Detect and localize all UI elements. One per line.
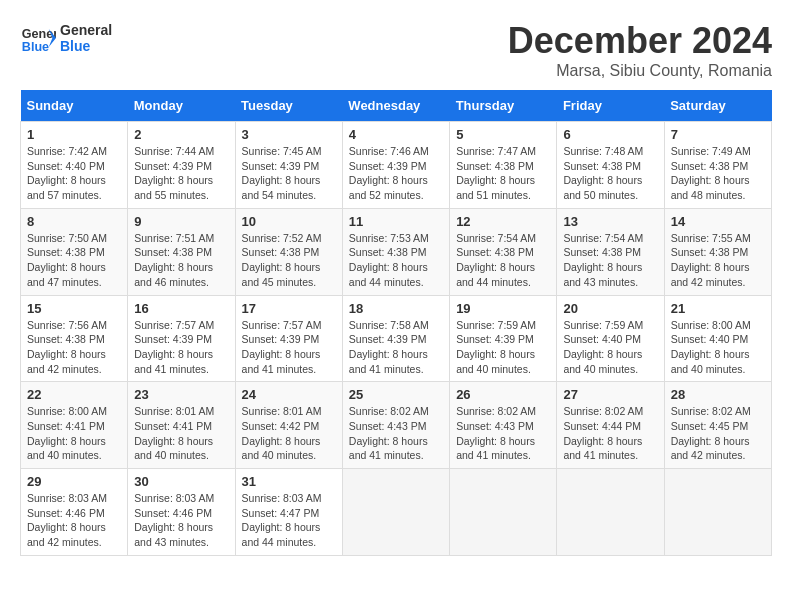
day-number: 18 bbox=[349, 301, 443, 316]
day-info: Sunrise: 7:57 AM Sunset: 4:39 PM Dayligh… bbox=[242, 318, 336, 377]
calendar-cell: 9 Sunrise: 7:51 AM Sunset: 4:38 PM Dayli… bbox=[128, 208, 235, 295]
logo-general: General bbox=[60, 22, 112, 38]
day-info: Sunrise: 8:02 AM Sunset: 4:45 PM Dayligh… bbox=[671, 404, 765, 463]
calendar-cell: 15 Sunrise: 7:56 AM Sunset: 4:38 PM Dayl… bbox=[21, 295, 128, 382]
day-number: 24 bbox=[242, 387, 336, 402]
calendar-cell: 23 Sunrise: 8:01 AM Sunset: 4:41 PM Dayl… bbox=[128, 382, 235, 469]
day-number: 22 bbox=[27, 387, 121, 402]
calendar-week-row: 29 Sunrise: 8:03 AM Sunset: 4:46 PM Dayl… bbox=[21, 469, 772, 556]
calendar-cell: 14 Sunrise: 7:55 AM Sunset: 4:38 PM Dayl… bbox=[664, 208, 771, 295]
day-number: 25 bbox=[349, 387, 443, 402]
day-number: 30 bbox=[134, 474, 228, 489]
day-info: Sunrise: 7:45 AM Sunset: 4:39 PM Dayligh… bbox=[242, 144, 336, 203]
calendar-cell: 7 Sunrise: 7:49 AM Sunset: 4:38 PM Dayli… bbox=[664, 122, 771, 209]
day-number: 9 bbox=[134, 214, 228, 229]
calendar-cell bbox=[664, 469, 771, 556]
day-number: 16 bbox=[134, 301, 228, 316]
page-title: December 2024 bbox=[508, 20, 772, 62]
calendar-cell: 18 Sunrise: 7:58 AM Sunset: 4:39 PM Dayl… bbox=[342, 295, 449, 382]
calendar-cell: 17 Sunrise: 7:57 AM Sunset: 4:39 PM Dayl… bbox=[235, 295, 342, 382]
title-area: December 2024 Marsa, Sibiu County, Roman… bbox=[508, 20, 772, 80]
calendar-cell: 21 Sunrise: 8:00 AM Sunset: 4:40 PM Dayl… bbox=[664, 295, 771, 382]
calendar-cell: 12 Sunrise: 7:54 AM Sunset: 4:38 PM Dayl… bbox=[450, 208, 557, 295]
day-info: Sunrise: 7:58 AM Sunset: 4:39 PM Dayligh… bbox=[349, 318, 443, 377]
day-number: 29 bbox=[27, 474, 121, 489]
header-day-saturday: Saturday bbox=[664, 90, 771, 122]
calendar-week-row: 22 Sunrise: 8:00 AM Sunset: 4:41 PM Dayl… bbox=[21, 382, 772, 469]
calendar-week-row: 8 Sunrise: 7:50 AM Sunset: 4:38 PM Dayli… bbox=[21, 208, 772, 295]
calendar-cell: 2 Sunrise: 7:44 AM Sunset: 4:39 PM Dayli… bbox=[128, 122, 235, 209]
day-info: Sunrise: 7:53 AM Sunset: 4:38 PM Dayligh… bbox=[349, 231, 443, 290]
day-number: 28 bbox=[671, 387, 765, 402]
day-info: Sunrise: 7:52 AM Sunset: 4:38 PM Dayligh… bbox=[242, 231, 336, 290]
day-info: Sunrise: 8:03 AM Sunset: 4:46 PM Dayligh… bbox=[134, 491, 228, 550]
calendar-cell: 1 Sunrise: 7:42 AM Sunset: 4:40 PM Dayli… bbox=[21, 122, 128, 209]
day-info: Sunrise: 7:42 AM Sunset: 4:40 PM Dayligh… bbox=[27, 144, 121, 203]
day-info: Sunrise: 8:03 AM Sunset: 4:47 PM Dayligh… bbox=[242, 491, 336, 550]
day-info: Sunrise: 8:00 AM Sunset: 4:41 PM Dayligh… bbox=[27, 404, 121, 463]
day-info: Sunrise: 8:01 AM Sunset: 4:42 PM Dayligh… bbox=[242, 404, 336, 463]
svg-text:Blue: Blue bbox=[22, 40, 49, 54]
calendar-cell: 10 Sunrise: 7:52 AM Sunset: 4:38 PM Dayl… bbox=[235, 208, 342, 295]
day-number: 31 bbox=[242, 474, 336, 489]
header-day-tuesday: Tuesday bbox=[235, 90, 342, 122]
logo: General Blue General Blue bbox=[20, 20, 112, 56]
calendar-cell: 29 Sunrise: 8:03 AM Sunset: 4:46 PM Dayl… bbox=[21, 469, 128, 556]
calendar-cell: 30 Sunrise: 8:03 AM Sunset: 4:46 PM Dayl… bbox=[128, 469, 235, 556]
calendar-cell: 13 Sunrise: 7:54 AM Sunset: 4:38 PM Dayl… bbox=[557, 208, 664, 295]
header: General Blue General Blue December 2024 … bbox=[20, 20, 772, 80]
day-number: 23 bbox=[134, 387, 228, 402]
day-number: 17 bbox=[242, 301, 336, 316]
calendar-cell: 11 Sunrise: 7:53 AM Sunset: 4:38 PM Dayl… bbox=[342, 208, 449, 295]
day-number: 27 bbox=[563, 387, 657, 402]
page-subtitle: Marsa, Sibiu County, Romania bbox=[508, 62, 772, 80]
day-number: 26 bbox=[456, 387, 550, 402]
logo-blue: Blue bbox=[60, 38, 112, 54]
day-info: Sunrise: 7:50 AM Sunset: 4:38 PM Dayligh… bbox=[27, 231, 121, 290]
calendar-week-row: 1 Sunrise: 7:42 AM Sunset: 4:40 PM Dayli… bbox=[21, 122, 772, 209]
header-day-friday: Friday bbox=[557, 90, 664, 122]
calendar-cell bbox=[450, 469, 557, 556]
header-day-wednesday: Wednesday bbox=[342, 90, 449, 122]
calendar-cell: 6 Sunrise: 7:48 AM Sunset: 4:38 PM Dayli… bbox=[557, 122, 664, 209]
calendar-cell: 16 Sunrise: 7:57 AM Sunset: 4:39 PM Dayl… bbox=[128, 295, 235, 382]
day-number: 5 bbox=[456, 127, 550, 142]
day-info: Sunrise: 7:49 AM Sunset: 4:38 PM Dayligh… bbox=[671, 144, 765, 203]
day-info: Sunrise: 7:46 AM Sunset: 4:39 PM Dayligh… bbox=[349, 144, 443, 203]
calendar-cell: 20 Sunrise: 7:59 AM Sunset: 4:40 PM Dayl… bbox=[557, 295, 664, 382]
day-info: Sunrise: 7:44 AM Sunset: 4:39 PM Dayligh… bbox=[134, 144, 228, 203]
day-info: Sunrise: 7:47 AM Sunset: 4:38 PM Dayligh… bbox=[456, 144, 550, 203]
day-number: 4 bbox=[349, 127, 443, 142]
day-number: 21 bbox=[671, 301, 765, 316]
calendar-cell: 19 Sunrise: 7:59 AM Sunset: 4:39 PM Dayl… bbox=[450, 295, 557, 382]
day-number: 20 bbox=[563, 301, 657, 316]
day-info: Sunrise: 8:02 AM Sunset: 4:43 PM Dayligh… bbox=[456, 404, 550, 463]
day-info: Sunrise: 7:48 AM Sunset: 4:38 PM Dayligh… bbox=[563, 144, 657, 203]
day-number: 7 bbox=[671, 127, 765, 142]
header-day-sunday: Sunday bbox=[21, 90, 128, 122]
calendar-cell: 28 Sunrise: 8:02 AM Sunset: 4:45 PM Dayl… bbox=[664, 382, 771, 469]
day-info: Sunrise: 8:02 AM Sunset: 4:44 PM Dayligh… bbox=[563, 404, 657, 463]
day-info: Sunrise: 7:57 AM Sunset: 4:39 PM Dayligh… bbox=[134, 318, 228, 377]
calendar-cell: 4 Sunrise: 7:46 AM Sunset: 4:39 PM Dayli… bbox=[342, 122, 449, 209]
day-info: Sunrise: 7:51 AM Sunset: 4:38 PM Dayligh… bbox=[134, 231, 228, 290]
day-number: 13 bbox=[563, 214, 657, 229]
day-number: 12 bbox=[456, 214, 550, 229]
day-info: Sunrise: 7:59 AM Sunset: 4:39 PM Dayligh… bbox=[456, 318, 550, 377]
calendar-cell: 25 Sunrise: 8:02 AM Sunset: 4:43 PM Dayl… bbox=[342, 382, 449, 469]
day-number: 15 bbox=[27, 301, 121, 316]
day-number: 3 bbox=[242, 127, 336, 142]
day-number: 11 bbox=[349, 214, 443, 229]
day-info: Sunrise: 8:02 AM Sunset: 4:43 PM Dayligh… bbox=[349, 404, 443, 463]
logo-icon: General Blue bbox=[20, 20, 56, 56]
calendar-cell: 22 Sunrise: 8:00 AM Sunset: 4:41 PM Dayl… bbox=[21, 382, 128, 469]
calendar-cell: 8 Sunrise: 7:50 AM Sunset: 4:38 PM Dayli… bbox=[21, 208, 128, 295]
calendar-week-row: 15 Sunrise: 7:56 AM Sunset: 4:38 PM Dayl… bbox=[21, 295, 772, 382]
day-number: 14 bbox=[671, 214, 765, 229]
calendar-cell: 31 Sunrise: 8:03 AM Sunset: 4:47 PM Dayl… bbox=[235, 469, 342, 556]
calendar-header-row: SundayMondayTuesdayWednesdayThursdayFrid… bbox=[21, 90, 772, 122]
day-number: 10 bbox=[242, 214, 336, 229]
day-number: 8 bbox=[27, 214, 121, 229]
header-day-monday: Monday bbox=[128, 90, 235, 122]
calendar-table: SundayMondayTuesdayWednesdayThursdayFrid… bbox=[20, 90, 772, 556]
